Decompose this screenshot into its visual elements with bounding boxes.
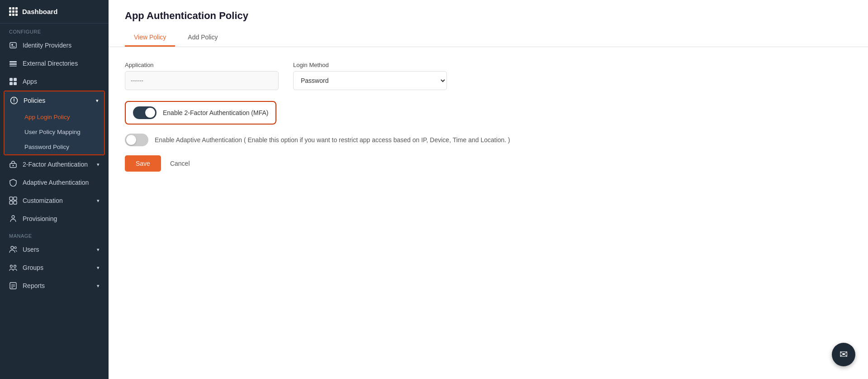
mfa-toggle-track[interactable] xyxy=(133,106,157,119)
sidebar-section-manage: Manage xyxy=(0,228,109,240)
mfa-toggle-container: Enable 2-Factor Authentication (MFA) xyxy=(125,101,276,125)
mfa-toggle-wrapper: Enable 2-Factor Authentication (MFA) xyxy=(125,101,852,125)
cancel-button[interactable]: Cancel xyxy=(168,155,192,172)
adaptive-toggle-row: Enable Adaptive Authentication ( Enable … xyxy=(125,134,852,146)
sidebar-subitem-user-policy-mapping[interactable]: User Policy Mapping xyxy=(5,125,104,139)
mfa-toggle[interactable] xyxy=(133,106,157,119)
identity-providers-icon xyxy=(9,41,17,49)
sidebar-item-policies[interactable]: Policies ▾ xyxy=(5,91,104,110)
sidebar-dashboard-label: Dashboard xyxy=(22,8,57,15)
svg-rect-4 xyxy=(9,63,17,65)
sidebar-item-customization[interactable]: Customization ▾ xyxy=(0,192,109,210)
dashboard-icon xyxy=(9,7,18,16)
2fa-chevron-icon: ▾ xyxy=(97,162,100,168)
svg-rect-23 xyxy=(10,283,16,289)
2fa-icon xyxy=(9,160,17,168)
save-button[interactable]: Save xyxy=(125,155,161,172)
svg-point-18 xyxy=(12,216,14,218)
adaptive-toggle-thumb xyxy=(126,135,136,145)
form-actions: Save Cancel xyxy=(125,155,852,172)
app-login-policy-label: App Login Policy xyxy=(24,114,70,120)
svg-rect-1 xyxy=(11,44,13,46)
identity-providers-label: Identity Providers xyxy=(23,42,71,49)
policies-label: Policies xyxy=(24,97,45,104)
svg-rect-14 xyxy=(9,197,13,200)
svg-point-20 xyxy=(14,247,16,249)
tab-view-policy[interactable]: View Policy xyxy=(125,29,175,47)
svg-rect-9 xyxy=(14,82,17,85)
form-top-row: Application Login Method Password SSO Ce… xyxy=(125,62,852,90)
apps-icon xyxy=(9,77,17,86)
svg-rect-17 xyxy=(14,201,17,204)
mfa-toggle-label: Enable 2-Factor Authentication (MFA) xyxy=(163,109,268,116)
svg-rect-6 xyxy=(9,78,13,81)
reports-icon xyxy=(9,282,17,290)
adaptive-toggle-track[interactable] xyxy=(125,134,148,146)
groups-icon xyxy=(9,264,17,272)
sidebar-item-external-directories[interactable]: External Directories xyxy=(0,54,109,72)
login-method-select[interactable]: Password SSO Certificate xyxy=(293,71,447,90)
login-method-field-group: Login Method Password SSO Certificate xyxy=(293,62,447,90)
adaptive-auth-icon xyxy=(9,178,17,187)
svg-rect-3 xyxy=(9,61,17,62)
sidebar: Dashboard Configure Identity Providers E… xyxy=(0,0,109,379)
svg-rect-16 xyxy=(9,201,13,204)
svg-rect-5 xyxy=(9,66,17,67)
sidebar-item-apps[interactable]: Apps xyxy=(0,72,109,91)
sidebar-item-adaptive-auth[interactable]: Adaptive Authentication xyxy=(0,173,109,192)
users-chevron-icon: ▾ xyxy=(97,247,100,253)
sidebar-item-users[interactable]: Users ▾ xyxy=(0,240,109,259)
reports-chevron-icon: ▾ xyxy=(97,283,100,289)
sidebar-subitem-password-policy[interactable]: Password Policy xyxy=(5,139,104,154)
apps-label: Apps xyxy=(23,78,37,85)
sidebar-item-reports[interactable]: Reports ▾ xyxy=(0,277,109,295)
page-title: App Authentication Policy xyxy=(125,10,852,22)
form-content: Application Login Method Password SSO Ce… xyxy=(109,47,868,379)
svg-point-21 xyxy=(10,265,13,268)
users-icon xyxy=(9,245,17,254)
sidebar-section-configure: Configure xyxy=(0,24,109,36)
groups-chevron-icon: ▾ xyxy=(97,265,100,271)
svg-rect-8 xyxy=(9,82,13,85)
svg-rect-15 xyxy=(14,197,17,200)
customization-chevron-icon: ▾ xyxy=(97,198,100,204)
main-content: App Authentication Policy View Policy Ad… xyxy=(109,0,868,379)
svg-point-22 xyxy=(14,265,16,268)
user-policy-mapping-label: User Policy Mapping xyxy=(24,129,81,135)
2fa-label: 2-Factor Authentication xyxy=(23,161,88,168)
reports-label: Reports xyxy=(23,282,45,289)
sidebar-item-2fa[interactable]: 2-Factor Authentication ▾ xyxy=(0,155,109,173)
sidebar-item-provisioning[interactable]: Provisioning xyxy=(0,210,109,228)
mfa-toggle-thumb xyxy=(145,108,155,118)
tab-add-policy[interactable]: Add Policy xyxy=(179,29,227,47)
external-directories-icon xyxy=(9,59,17,67)
customization-label: Customization xyxy=(23,197,63,204)
policies-icon xyxy=(10,96,18,105)
provisioning-icon xyxy=(9,215,17,223)
adaptive-auth-label: Adaptive Authentication xyxy=(23,179,89,186)
provisioning-label: Provisioning xyxy=(23,215,57,222)
adaptive-toggle-label: Enable Adaptive Authentication ( Enable … xyxy=(155,136,510,144)
login-method-label: Login Method xyxy=(293,62,447,68)
fab-icon: ✉ xyxy=(840,349,848,360)
sidebar-subitem-app-login-policy[interactable]: App Login Policy xyxy=(5,110,104,125)
external-directories-label: External Directories xyxy=(23,60,78,67)
application-input[interactable] xyxy=(125,71,279,90)
groups-label: Groups xyxy=(23,264,43,271)
svg-point-13 xyxy=(13,165,14,166)
svg-point-11 xyxy=(14,102,14,103)
application-field-group: Application xyxy=(125,62,279,90)
tabs-container: View Policy Add Policy xyxy=(125,29,852,47)
svg-point-19 xyxy=(11,246,14,249)
sidebar-policies-container: Policies ▾ App Login Policy User Policy … xyxy=(4,91,105,155)
policies-chevron-icon: ▾ xyxy=(96,98,99,104)
sidebar-item-identity-providers[interactable]: Identity Providers xyxy=(0,36,109,54)
password-policy-label: Password Policy xyxy=(24,144,69,150)
sidebar-item-groups[interactable]: Groups ▾ xyxy=(0,259,109,277)
page-header: App Authentication Policy View Policy Ad… xyxy=(109,0,868,47)
fab-chat-button[interactable]: ✉ xyxy=(832,343,855,366)
adaptive-toggle[interactable] xyxy=(125,134,148,146)
customization-icon xyxy=(9,197,17,205)
svg-rect-7 xyxy=(14,78,17,81)
sidebar-item-dashboard[interactable]: Dashboard xyxy=(0,0,109,24)
